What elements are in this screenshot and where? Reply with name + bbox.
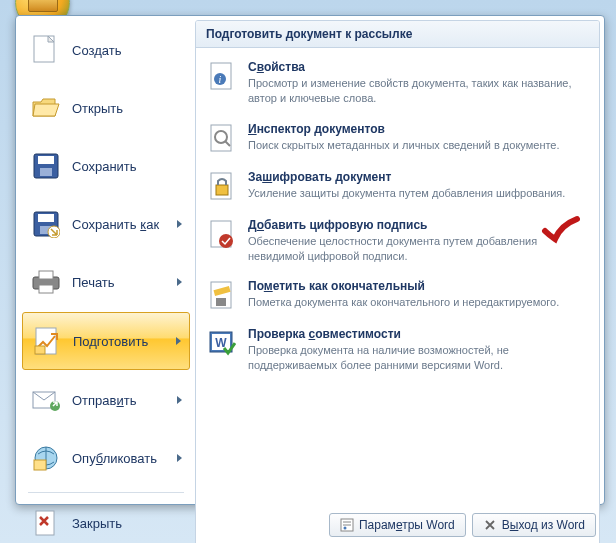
open-folder-icon [30,92,62,124]
menu-label: Опубликовать [72,451,157,466]
menu-item-create[interactable]: Создать [22,22,190,78]
exit-button[interactable]: Выход из Word [472,513,596,537]
svg-rect-21 [211,125,231,151]
svg-text:i: i [219,74,222,85]
options-icon [340,518,354,532]
encrypt-lock-icon [206,170,238,202]
prepare-item-encrypt[interactable]: Зашифровать документ Усиление защиты док… [200,162,595,210]
prepare-item-compat[interactable]: W Проверка совместимости Проверка докуме… [200,319,595,381]
menu-item-saveas[interactable]: Сохранить как [22,196,190,252]
annotation-checkmark-icon [541,215,581,245]
options-button[interactable]: Параметры Word [329,513,466,537]
prepare-item-properties[interactable]: i Свойства Просмотр и изменение свойств … [200,52,595,114]
final-stamp-icon [206,279,238,311]
menu-item-prepare[interactable]: Подготовить [22,312,190,370]
svg-rect-25 [216,185,228,195]
publish-globe-icon [30,442,62,474]
menu-body: Создать Открыть Сохранить Сохранить как [16,16,604,543]
item-title: Проверка совместимости [248,327,589,341]
inspect-icon [206,122,238,154]
menu-label: Подготовить [73,334,148,349]
prepare-item-final[interactable]: Пометить как окончательный Пометка докум… [200,271,595,319]
close-doc-icon [30,507,62,539]
right-panel: Подготовить документ к рассылке i Свойст… [195,20,600,543]
menu-label: Открыть [72,101,123,116]
menu-item-open[interactable]: Открыть [22,80,190,136]
menu-item-save[interactable]: Сохранить [22,138,190,194]
submenu-arrow-icon [177,454,182,462]
footer-buttons: Параметры Word Выход из Word [329,513,596,537]
right-panel-list: i Свойства Просмотр и изменение свойств … [196,48,599,385]
svg-rect-30 [216,298,226,306]
submenu-arrow-icon [177,220,182,228]
menu-item-print[interactable]: Печать [22,254,190,310]
office-logo-icon [28,0,58,12]
left-menu: Создать Открыть Сохранить Сохранить как [20,20,192,543]
svg-rect-5 [38,214,54,222]
item-desc: Пометка документа как окончательного и н… [248,295,589,310]
printer-icon [30,266,62,298]
button-label: Параметры Word [359,518,455,532]
svg-rect-3 [40,168,52,176]
menu-label: Создать [72,43,121,58]
menu-item-send[interactable]: Отправить [22,372,190,428]
svg-rect-12 [35,346,45,354]
item-desc: Проверка документа на наличие возможност… [248,343,589,373]
menu-item-close[interactable]: Закрыть [22,499,190,543]
send-mail-icon [30,384,62,416]
svg-rect-16 [34,460,46,470]
item-title: Свойства [248,60,589,74]
item-title: Пометить как окончательный [248,279,589,293]
save-floppy-icon [30,150,62,182]
menu-label: Отправить [72,393,136,408]
item-title: Зашифровать документ [248,170,589,184]
separator [28,492,184,493]
menu-label: Печать [72,275,115,290]
signature-icon [206,218,238,250]
menu-label: Закрыть [72,516,122,531]
right-panel-header: Подготовить документ к рассылке [196,21,599,48]
office-menu-panel: Создать Открыть Сохранить Сохранить как [15,15,605,505]
exit-x-icon [483,518,497,532]
compat-check-icon: W [206,327,238,359]
item-title: Добавить цифровую подпись [248,218,589,232]
menu-label: Сохранить как [72,217,159,232]
item-desc: Поиск скрытых метаданных и личных сведен… [248,138,589,153]
svg-point-37 [343,527,346,530]
svg-point-27 [219,234,233,248]
svg-rect-10 [39,285,53,293]
properties-icon: i [206,60,238,92]
submenu-arrow-icon [176,337,181,345]
prepare-icon [31,325,63,357]
svg-rect-2 [38,156,54,164]
item-desc: Просмотр и изменение свойств документа, … [248,76,589,106]
menu-label: Сохранить [72,159,137,174]
prepare-item-inspect[interactable]: Инспектор документов Поиск скрытых метад… [200,114,595,162]
item-title: Инспектор документов [248,122,589,136]
item-desc: Обеспечение целостности документа путем … [248,234,589,264]
svg-rect-9 [39,271,53,279]
prepare-item-signature[interactable]: Добавить цифровую подпись Обеспечение це… [200,210,595,272]
submenu-arrow-icon [177,396,182,404]
menu-item-publish[interactable]: Опубликовать [22,430,190,486]
new-doc-icon [30,34,62,66]
submenu-arrow-icon [177,278,182,286]
saveas-floppy-icon [30,208,62,240]
item-desc: Усиление защиты документа путем добавлен… [248,186,589,201]
button-label: Выход из Word [502,518,585,532]
